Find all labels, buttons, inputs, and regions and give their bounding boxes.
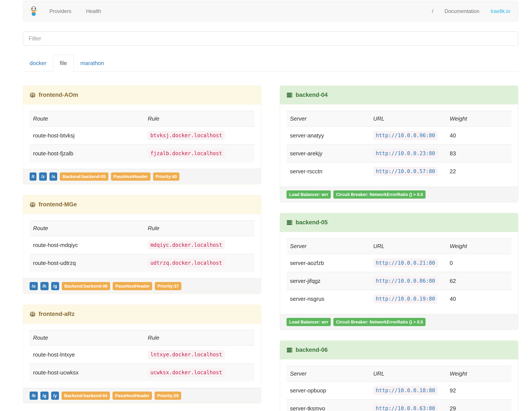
backend-badge: Circuit Breaker: NetworkErrorRatio () > … <box>333 190 426 199</box>
server-cell: server-nsgrus <box>286 290 370 308</box>
url-cell: http://10.0.0.19:80 <box>370 290 446 308</box>
rule-cell: udtrzq.docker.localhost <box>144 254 255 272</box>
backends-column: backend-04ServerURLWeightserver-anatyyht… <box>280 86 518 411</box>
panel-title: frontend-MGe <box>39 201 77 208</box>
rule-cell: ucwksx.docker.localhost <box>144 364 255 382</box>
column-header-server: Server <box>286 111 370 127</box>
server-table: ServerURLWeightserver-anatyyhttp://10.0.… <box>286 111 512 180</box>
server-icon <box>286 92 293 98</box>
server-url-link[interactable]: http://10.0.0.19:80 <box>373 294 438 303</box>
rule-chip: fjzalb.docker.localhost <box>148 149 225 158</box>
nav-item-traefik-io[interactable]: traefik.io <box>491 8 510 14</box>
frontend-badge: Priority:40 <box>153 172 180 181</box>
column-header-server: Server <box>286 239 370 254</box>
tab-file[interactable]: file <box>53 55 74 72</box>
weight-cell: 83 <box>446 145 512 163</box>
backend-panel-backend-05: backend-05ServerURLWeightserver-aozfzbht… <box>280 213 518 330</box>
column-header-rule: Rule <box>144 111 255 127</box>
url-cell: http://10.0.0.57:80 <box>370 163 446 180</box>
path-badge: /t <box>29 172 37 181</box>
server-table: ServerURLWeightserver-aozfzbhttp://10.0.… <box>286 238 512 308</box>
nav-item-providers[interactable]: Providers <box>49 8 71 14</box>
panel-body: RouteRuleroute-host-btvksjbtvksj.docker.… <box>23 104 261 169</box>
path-badge: /b <box>29 391 38 400</box>
table-header-row: RouteRule <box>29 330 255 346</box>
panel-footer: /t/z/sBackend:backend-05PassHostHeaderPr… <box>23 169 261 184</box>
tab-docker[interactable]: docker <box>23 55 53 72</box>
route-table: RouteRuleroute-host-mdqiycmdqiyc.docker.… <box>29 220 255 272</box>
server-url-link[interactable]: http://10.0.0.21:80 <box>373 258 438 267</box>
path-badge: /y <box>51 391 59 400</box>
rule-chip: lntxye.docker.localhost <box>148 350 225 359</box>
frontend-panel-frontend-AOm: frontend-AOmRouteRuleroute-host-btvksjbt… <box>23 86 261 184</box>
weight-cell: 40 <box>446 127 512 145</box>
server-url-link[interactable]: http://10.0.0.86:80 <box>373 276 438 285</box>
server-url-link[interactable]: http://10.0.0.57:80 <box>373 167 438 176</box>
server-url-link[interactable]: http://10.0.0.96:80 <box>373 131 438 140</box>
nav-item-health[interactable]: Health <box>86 8 101 14</box>
column-header-route: Route <box>29 111 144 127</box>
path-badge: /h <box>40 282 48 290</box>
route-row: route-host-fjzalbfjzalb.docker.localhost <box>29 145 255 163</box>
panel-body: ServerURLWeightserver-anatyyhttp://10.0.… <box>280 104 518 187</box>
url-cell: http://10.0.0.86:80 <box>370 272 446 290</box>
route-cell: route-host-udtrzq <box>29 254 144 272</box>
frontend-badge: Priority:29 <box>155 391 181 400</box>
panel-body: ServerURLWeightserver-opbuophttp://10.0.… <box>280 359 518 411</box>
panel-title: frontend-aRz <box>39 311 75 317</box>
frontend-badge: PassHostHeader <box>113 391 152 400</box>
path-badge: /g <box>51 282 59 290</box>
tab-marathon[interactable]: marathon <box>74 55 111 72</box>
server-cell: server-jifqgz <box>286 272 370 290</box>
backend-panel-backend-06: backend-06ServerURLWeightserver-opbuopht… <box>280 341 518 411</box>
server-cell: server-aozfzb <box>286 254 370 272</box>
server-row: server-aozfzbhttp://10.0.0.21:800 <box>286 254 512 272</box>
filter-input[interactable] <box>23 31 518 46</box>
path-badge: /g <box>40 391 48 400</box>
panel-title: frontend-AOm <box>39 92 78 98</box>
server-cell: server-opbuop <box>286 382 370 400</box>
server-url-link[interactable]: http://10.0.0.23:80 <box>373 149 438 158</box>
nav-item-slash[interactable]: / <box>432 8 433 14</box>
server-row: server-jifqgzhttp://10.0.0.86:8062 <box>286 272 512 290</box>
navbar-right-links: / Documentation traefik.io <box>432 8 510 14</box>
url-cell: http://10.0.0.96:80 <box>370 127 446 145</box>
nav-item-documentation[interactable]: Documentation <box>445 8 479 14</box>
table-header-row: RouteRule <box>29 221 255 236</box>
server-url-link[interactable]: http://10.0.0.63:80 <box>373 404 438 411</box>
globe-icon <box>29 92 36 98</box>
backend-panel-backend-04: backend-04ServerURLWeightserver-anatyyht… <box>280 86 518 202</box>
url-cell: http://10.0.0.63:80 <box>370 400 446 411</box>
rule-cell: lntxye.docker.localhost <box>144 346 255 364</box>
url-cell: http://10.0.0.21:80 <box>370 254 446 272</box>
server-icon <box>286 220 293 225</box>
weight-cell: 0 <box>446 254 512 272</box>
panel-footer: Load Balancer: wrrCircuit Breaker: Netwo… <box>280 187 518 202</box>
backend-badge: Load Balancer: wrr <box>286 318 331 326</box>
frontend-badge: PassHostHeader <box>113 282 152 290</box>
panel-footer: /b/g/yBackend:backend-04PassHostHeaderPr… <box>23 388 261 403</box>
rule-cell: fjzalb.docker.localhost <box>144 145 255 163</box>
column-header-weight: Weight <box>446 111 512 127</box>
table-header-row: ServerURLWeight <box>286 366 512 382</box>
server-url-link[interactable]: http://10.0.0.18:80 <box>373 386 438 395</box>
panel-heading: backend-06 <box>280 341 518 359</box>
panel-heading: frontend-AOm <box>23 86 261 104</box>
panel-heading: frontend-MGe <box>23 195 261 214</box>
frontend-badge: PassHostHeader <box>111 172 151 181</box>
table-header-row: ServerURLWeight <box>286 239 512 254</box>
rule-chip: udtrzq.docker.localhost <box>148 258 225 267</box>
server-row: server-opbuophttp://10.0.0.18:8092 <box>286 382 512 400</box>
table-header-row: RouteRule <box>29 111 255 127</box>
route-row: route-host-mdqiycmdqiyc.docker.localhost <box>29 236 255 254</box>
panel-title: backend-05 <box>295 219 328 226</box>
panel-footer: /o/h/gBackend:backend-06PassHostHeaderPr… <box>23 278 261 294</box>
backend-badge: Load Balancer: wrr <box>286 190 331 199</box>
route-row: route-host-udtrzqudtrzq.docker.localhost <box>29 254 255 272</box>
rule-chip: btvksj.docker.localhost <box>148 131 225 140</box>
column-header-url: URL <box>370 239 446 254</box>
server-row: server-tksmvohttp://10.0.0.63:8029 <box>286 400 512 411</box>
navbar-brand[interactable] <box>30 6 37 16</box>
frontend-badge: Backend:backend-05 <box>60 172 108 181</box>
panel-heading: frontend-aRz <box>23 305 261 323</box>
